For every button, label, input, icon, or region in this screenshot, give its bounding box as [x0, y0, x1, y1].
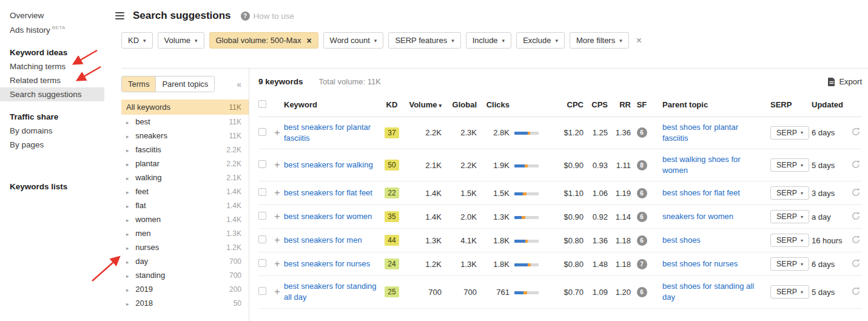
serp-button[interactable]: SERP ▾ — [770, 257, 809, 271]
add-keyword-button[interactable]: + — [271, 123, 284, 143]
parent-topic-link[interactable]: best shoes for standing all day — [662, 281, 762, 303]
keyword-link[interactable]: best sneakers for women — [284, 211, 372, 222]
keyword-link[interactable]: best sneakers for standing all day — [284, 281, 381, 303]
add-keyword-button[interactable]: + — [271, 254, 284, 274]
serp-button[interactable]: SERP ▾ — [770, 158, 809, 172]
column-header-sf[interactable]: SF — [631, 94, 653, 115]
expand-arrow-icon[interactable]: ▸ — [126, 175, 129, 181]
filter-serp-features[interactable]: SERP features ▾ × — [388, 32, 460, 49]
filter-volume[interactable]: Volume ▾ × — [158, 32, 204, 49]
serp-button[interactable]: SERP ▾ — [770, 234, 809, 247]
filter-include[interactable]: Include ▾ × — [466, 32, 511, 49]
refresh-icon[interactable] — [849, 254, 862, 274]
serp-button[interactable]: SERP ▾ — [770, 126, 809, 140]
term-row-2019[interactable]: ▸ 2019 200 — [121, 282, 249, 296]
term-row-feet[interactable]: ▸ feet 1.4K — [121, 184, 249, 198]
sidebar-item-ads-history[interactable]: Ads historyBETA — [0, 22, 104, 37]
row-checkbox[interactable] — [258, 128, 266, 136]
expand-arrow-icon[interactable]: ▸ — [126, 231, 129, 237]
column-header-kd[interactable]: KD — [381, 94, 403, 115]
expand-arrow-icon[interactable]: ▸ — [126, 147, 129, 154]
term-row-fasciitis[interactable]: ▸ fasciitis 2.2K — [121, 143, 249, 157]
remove-filter-icon[interactable]: × — [306, 36, 311, 46]
filter-word-count[interactable]: Word count ▾ × — [323, 32, 384, 49]
add-keyword-button[interactable]: + — [271, 282, 284, 302]
column-header-rr[interactable]: RR — [608, 94, 631, 115]
serp-button[interactable]: SERP ▾ — [770, 186, 809, 200]
add-keyword-button[interactable]: + — [271, 207, 284, 226]
column-header-serp[interactable]: SERP — [762, 94, 808, 115]
parent-topic-link[interactable]: sneakers for women — [662, 211, 733, 222]
add-keyword-button[interactable]: + — [271, 183, 284, 203]
row-checkbox[interactable] — [258, 287, 266, 295]
term-row-day[interactable]: ▸ day 700 — [121, 254, 249, 268]
parent-topic-link[interactable]: best shoes for plantar fasciitis — [662, 122, 762, 144]
sidebar-item-by-domains[interactable]: By domains — [0, 124, 104, 138]
refresh-icon[interactable] — [849, 155, 862, 175]
expand-arrow-icon[interactable]: ▸ — [126, 273, 129, 279]
refresh-icon[interactable] — [849, 207, 862, 227]
sidebar-item-related-terms[interactable]: Related terms — [0, 73, 104, 87]
add-keyword-button[interactable]: + — [271, 155, 284, 175]
column-header-global[interactable]: Global — [442, 94, 477, 115]
sidebar-item-overview[interactable]: Overview — [0, 8, 104, 22]
column-header-updated[interactable]: Updated — [808, 94, 849, 115]
filter-more-filters[interactable]: More filters ▾ × — [570, 32, 629, 49]
serp-button[interactable]: SERP ▾ — [770, 285, 809, 299]
sidebar-item-search-suggestions[interactable]: Search suggestions — [0, 87, 104, 101]
expand-arrow-icon[interactable]: ▸ — [126, 217, 129, 223]
menu-icon[interactable] — [114, 11, 126, 21]
column-header-keyword[interactable]: Keyword — [284, 94, 381, 115]
row-checkbox[interactable] — [258, 235, 266, 243]
expand-arrow-icon[interactable]: ▸ — [126, 133, 129, 140]
term-row-men[interactable]: ▸ men 1.3K — [121, 226, 249, 240]
expand-arrow-icon[interactable]: ▸ — [126, 259, 129, 265]
export-button[interactable]: Export — [828, 77, 862, 86]
term-row-sneakers[interactable]: ▸ sneakers 11K — [121, 129, 249, 143]
expand-arrow-icon[interactable]: ▸ — [126, 120, 129, 126]
tab-terms[interactable]: Terms — [122, 76, 155, 92]
refresh-icon[interactable] — [849, 282, 862, 302]
term-row-walking[interactable]: ▸ walking 2.1K — [121, 171, 249, 184]
term-row-standing[interactable]: ▸ standing 700 — [121, 268, 249, 282]
row-checkbox[interactable] — [258, 188, 266, 196]
row-checkbox[interactable] — [258, 259, 266, 267]
refresh-icon[interactable] — [849, 123, 862, 143]
add-keyword-button[interactable]: + — [271, 231, 284, 250]
term-row-best[interactable]: ▸ best 11K — [121, 115, 249, 129]
expand-arrow-icon[interactable]: ▸ — [126, 245, 129, 251]
term-row-2018[interactable]: ▸ 2018 50 — [121, 296, 249, 310]
collapse-panel-icon[interactable]: « — [237, 79, 241, 89]
column-header-volume[interactable]: Volume▾ — [403, 94, 442, 115]
tab-parent-topics[interactable]: Parent topics — [155, 76, 214, 92]
serp-button[interactable]: SERP ▾ — [770, 210, 809, 223]
term-row-flat[interactable]: ▸ flat 1.4K — [121, 198, 249, 212]
filter-exclude[interactable]: Exclude ▾ × — [516, 32, 565, 49]
term-row-women[interactable]: ▸ women 1.4K — [121, 212, 249, 226]
filter-kd[interactable]: KD ▾ × — [121, 32, 153, 49]
refresh-icon[interactable] — [849, 183, 862, 203]
column-header-clicks[interactable]: Clicks — [477, 94, 510, 115]
keyword-link[interactable]: best sneakers for nurses — [284, 258, 370, 269]
expand-arrow-icon[interactable]: ▸ — [126, 287, 129, 293]
parent-topic-link[interactable]: best walking shoes for women — [662, 154, 762, 176]
term-row-plantar[interactable]: ▸ plantar 2.2K — [121, 157, 249, 171]
expand-arrow-icon[interactable]: ▸ — [126, 161, 129, 167]
keyword-link[interactable]: best sneakers for flat feet — [284, 188, 372, 198]
parent-topic-link[interactable]: best shoes for flat feet — [662, 188, 740, 198]
expand-arrow-icon[interactable]: ▸ — [126, 301, 129, 307]
sidebar-item-by-pages[interactable]: By pages — [0, 138, 104, 152]
keyword-link[interactable]: best sneakers for plantar fasciitis — [284, 122, 381, 144]
expand-arrow-icon[interactable]: ▸ — [126, 203, 129, 209]
all-keywords-row[interactable]: All keywords 11K — [121, 100, 249, 115]
filter-global-volume-500-max[interactable]: Global volume: 500-Max ▾ × — [209, 32, 318, 49]
select-all-checkbox[interactable] — [258, 100, 266, 108]
column-header-cpc[interactable]: CPC — [545, 94, 584, 115]
parent-topic-link[interactable]: best shoes — [662, 235, 701, 246]
clear-all-filters-icon[interactable]: × — [636, 35, 642, 46]
column-header-cps[interactable]: CPS — [584, 94, 608, 115]
how-to-use-link[interactable]: ? How to use — [241, 12, 295, 21]
keyword-link[interactable]: best sneakers for men — [284, 235, 362, 246]
row-checkbox[interactable] — [258, 212, 266, 220]
column-header-parent-topic[interactable]: Parent topic — [653, 93, 762, 117]
